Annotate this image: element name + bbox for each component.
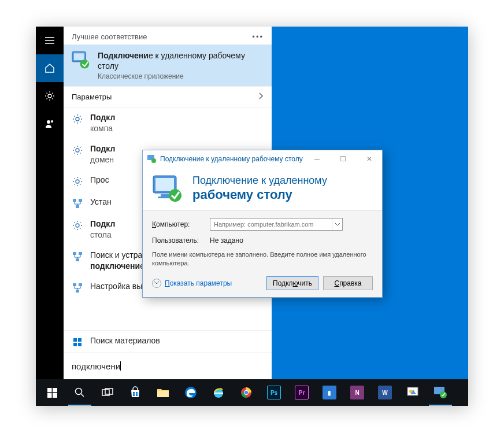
explorer-app[interactable] [149, 379, 177, 406]
svg-point-12 [76, 224, 79, 227]
hamburger-icon[interactable] [36, 27, 64, 54]
svg-rect-39 [133, 394, 135, 396]
rdp-taskbar[interactable] [427, 379, 454, 406]
dialog-titlebar[interactable]: Подключение к удаленному рабочему столу … [143, 150, 382, 168]
svg-point-6 [76, 117, 79, 121]
chevron-right-icon [259, 92, 264, 101]
rdp-dialog: Подключение к удаленному рабочему столу … [142, 150, 383, 298]
rdp-banner-icon [152, 175, 184, 202]
chevron-down-icon [152, 279, 161, 288]
svg-point-7 [76, 149, 79, 152]
svg-rect-38 [136, 392, 138, 394]
svg-rect-18 [76, 290, 79, 293]
result-item[interactable]: Подклкомпа [64, 108, 272, 139]
svg-point-5 [80, 60, 90, 69]
svg-rect-4 [74, 53, 84, 60]
close-button[interactable]: ✕ [356, 150, 382, 168]
paint-app[interactable] [399, 379, 427, 406]
computer-combo[interactable] [210, 218, 343, 231]
hint-text: Поле имени компьютера не заполнено. Введ… [152, 250, 373, 268]
svg-point-34 [76, 388, 82, 395]
svg-point-24 [151, 158, 156, 163]
svg-rect-41 [157, 391, 169, 397]
svg-rect-31 [53, 388, 57, 393]
svg-rect-21 [73, 343, 77, 346]
minimize-button[interactable]: ─ [304, 150, 330, 168]
start-button[interactable] [38, 379, 66, 406]
computer-label: Компьютер: [152, 220, 204, 228]
settings-icon [72, 113, 83, 125]
svg-rect-9 [73, 199, 76, 202]
dialog-heading-1: Подключение к удаленному [192, 175, 327, 187]
rdp-icon [147, 154, 157, 164]
rdp-icon [72, 50, 91, 70]
svg-point-46 [244, 391, 248, 394]
store-icon [72, 336, 83, 348]
svg-rect-16 [73, 283, 76, 286]
svg-rect-40 [136, 394, 138, 396]
svg-rect-17 [79, 283, 82, 286]
user-value: Не задано [210, 236, 243, 245]
show-options-toggle[interactable]: Показать параметры [152, 279, 232, 288]
svg-rect-33 [53, 393, 57, 398]
chrome-app[interactable] [232, 379, 260, 406]
start-rail [36, 27, 64, 379]
computer-input[interactable] [210, 218, 343, 231]
svg-rect-14 [79, 252, 82, 255]
svg-rect-32 [47, 393, 52, 398]
store-result[interactable]: Поиск материалов [64, 330, 272, 353]
settings-icon [72, 145, 83, 156]
best-match-item[interactable]: Подключение к удаленному рабочему столу … [64, 45, 272, 86]
svg-rect-20 [78, 338, 81, 342]
section-params[interactable]: Параметры [64, 86, 272, 108]
best-match-header: Лучшее соответствие ••• [64, 27, 272, 45]
svg-rect-37 [133, 392, 135, 394]
svg-rect-15 [76, 258, 79, 261]
svg-point-2 [51, 120, 53, 123]
photoshop-app[interactable]: Ps [260, 379, 288, 406]
premiere-app[interactable]: Pr [288, 379, 316, 406]
app-tile-1[interactable]: ▮ [316, 379, 343, 406]
edge-app[interactable] [177, 379, 205, 406]
ie-app[interactable] [205, 379, 232, 406]
svg-rect-11 [76, 205, 79, 208]
maximize-button[interactable]: ☐ [330, 150, 356, 168]
chevron-down-icon[interactable] [332, 219, 342, 230]
search-button[interactable] [66, 379, 94, 406]
taskbar: Ps Pr ▮ N W [36, 379, 468, 406]
people-icon[interactable] [36, 110, 64, 138]
svg-rect-27 [161, 194, 169, 197]
svg-rect-30 [47, 388, 52, 393]
help-button[interactable]: Справка [323, 276, 373, 290]
more-icon[interactable]: ••• [252, 32, 264, 41]
svg-rect-10 [79, 199, 82, 202]
svg-rect-19 [73, 338, 77, 342]
svg-point-1 [47, 120, 50, 124]
svg-point-0 [48, 94, 51, 98]
svg-rect-22 [78, 343, 81, 346]
settings-icon [72, 282, 83, 294]
dialog-heading-2: рабочему столу [192, 187, 327, 202]
settings-icon [72, 198, 83, 209]
home-icon[interactable] [36, 54, 64, 82]
settings-icon [72, 176, 83, 187]
user-label: Пользователь: [152, 236, 204, 245]
store-app[interactable] [121, 379, 149, 406]
svg-rect-13 [73, 252, 76, 255]
settings-icon [72, 220, 83, 231]
connect-button[interactable]: Подключить [266, 276, 318, 290]
svg-rect-26 [155, 178, 174, 191]
search-input[interactable]: подключени [64, 353, 272, 379]
settings-icon [72, 251, 83, 262]
svg-point-8 [76, 180, 79, 183]
onenote-app[interactable]: N [343, 379, 371, 406]
task-view-button[interactable] [94, 379, 121, 406]
word-app[interactable]: W [371, 379, 399, 406]
svg-point-29 [169, 189, 181, 202]
gear-icon[interactable] [36, 82, 64, 110]
